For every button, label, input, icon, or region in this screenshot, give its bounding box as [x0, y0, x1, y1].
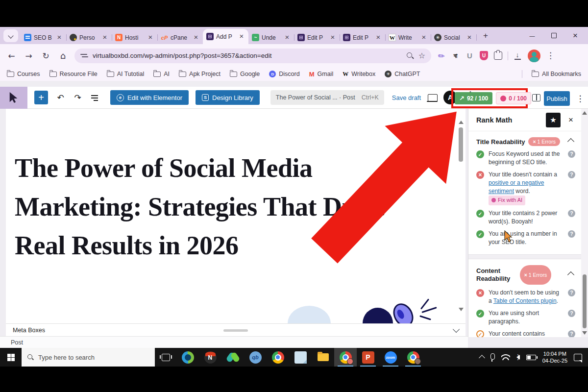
close-panel-button[interactable] [565, 115, 576, 125]
canvas-scroll-down-arrow[interactable] [459, 308, 464, 311]
bookmark-discord[interactable]: Discord [269, 71, 299, 77]
taskbar-app-netscape[interactable] [199, 348, 221, 367]
tab-close-icon[interactable] [420, 35, 427, 41]
tab-close-icon[interactable] [284, 35, 291, 41]
taskbar-app-zoom[interactable] [379, 348, 402, 367]
design-library-button[interactable]: Design Library [196, 90, 260, 105]
tab-seo[interactable]: SEO B [21, 31, 66, 44]
taskbar-app-qbittorrent[interactable] [244, 348, 267, 367]
bookmark-folder-google[interactable]: Google [230, 71, 260, 77]
post-content-canvas[interactable]: The Power of Social Media Marketing: Str… [6, 109, 466, 323]
help-icon[interactable] [568, 330, 575, 337]
microphone-icon[interactable] [490, 353, 495, 360]
content-ai-score-badge[interactable]: 0 / 100 [496, 92, 531, 104]
document-switcher[interactable]: The Power of Social ... · PostCtrl+K [270, 90, 384, 105]
home-button[interactable] [54, 48, 72, 64]
taskbar-app-chrome-profile2[interactable] [402, 348, 424, 367]
close-window-button[interactable] [564, 28, 586, 43]
bookmark-gmail[interactable]: Gmail [309, 71, 334, 78]
list-view-button[interactable] [86, 93, 103, 102]
tab-search-button[interactable] [3, 29, 18, 42]
task-view-button[interactable] [155, 348, 176, 367]
redo-button[interactable] [69, 93, 86, 102]
address-bar[interactable]: virtualboxbd.com/wp-admin/post.php?post=… [74, 49, 431, 63]
back-button[interactable] [3, 48, 20, 64]
all-bookmarks-button[interactable]: All Bookmarks [532, 71, 581, 77]
bookmark-folder-apk-project[interactable]: Apk Project [179, 71, 220, 77]
bookmark-folder-ai-tutorial[interactable]: AI Tutotial [107, 71, 145, 77]
resize-handle[interactable] [223, 329, 248, 332]
bookmark-writebox[interactable]: Writebox [343, 71, 375, 78]
taskbar-app-chrome-profile1-active[interactable] [334, 348, 357, 367]
post-title[interactable]: The Power of Social Media Marketing: Str… [15, 149, 446, 265]
extensions-puzzle-icon[interactable] [491, 49, 505, 63]
canvas-scroll-up-arrow[interactable] [459, 121, 464, 124]
tab-add-post-active[interactable]: Add P [203, 29, 248, 44]
tab-cpanel[interactable]: cPane [157, 31, 203, 44]
block-inserter-button[interactable] [34, 91, 48, 104]
bookmark-folder-ai[interactable]: AI [153, 71, 170, 77]
help-icon[interactable] [568, 150, 575, 158]
taskbar-app-file-explorer[interactable] [312, 348, 334, 367]
toc-plugin-link[interactable]: Table of Contents plugin [493, 297, 557, 304]
wifi-icon[interactable] [501, 354, 510, 360]
help-icon[interactable] [568, 171, 575, 178]
tab-close-icon[interactable] [56, 35, 63, 41]
help-icon[interactable] [568, 310, 575, 317]
help-icon[interactable] [568, 210, 575, 217]
collapse-chevron-icon[interactable] [567, 138, 574, 145]
tab-close-icon[interactable] [329, 35, 336, 41]
title-readability-section-header[interactable]: Title Readability 1 Errors [476, 137, 575, 146]
url-text[interactable]: virtualboxbd.com/wp-admin/post.php?post=… [93, 52, 402, 59]
site-info-icon[interactable] [80, 53, 88, 59]
chevron-down-icon[interactable] [453, 325, 460, 332]
settings-sidebar-toggle-icon[interactable] [532, 94, 540, 101]
help-icon[interactable] [568, 230, 575, 238]
taskbar-app-sticky-notes[interactable] [289, 348, 312, 367]
tab-under[interactable]: Unde [248, 31, 294, 44]
tab-close-icon[interactable] [375, 35, 382, 41]
undo-button[interactable] [52, 93, 69, 102]
tab-close-icon[interactable] [238, 34, 245, 40]
tab-edit-post-1[interactable]: Edit P [294, 31, 340, 44]
fix-with-ai-button[interactable]: Fix with AI [489, 196, 525, 205]
taskbar-app-wps[interactable] [221, 348, 244, 367]
wordpress-logo-button[interactable] [0, 87, 27, 109]
help-icon[interactable] [568, 289, 575, 296]
scroll-up-arrow[interactable] [582, 111, 587, 115]
notification-center-icon[interactable] [574, 354, 582, 361]
tab-social[interactable]: Social [431, 31, 476, 44]
taskbar-search-box[interactable]: Type here to search [22, 348, 155, 367]
restore-button[interactable] [543, 28, 564, 43]
downloads-button[interactable] [511, 49, 525, 63]
zoom-icon[interactable] [406, 52, 414, 60]
taskbar-app-chrome[interactable] [267, 348, 289, 367]
taskbar-app-idm[interactable] [176, 348, 199, 367]
edit-with-elementor-button[interactable]: Edit with Elementor [110, 90, 189, 105]
battery-icon[interactable] [526, 355, 536, 360]
tab-hosting[interactable]: Hosti [112, 31, 157, 44]
profile-avatar[interactable] [528, 49, 540, 62]
collapse-chevron-icon[interactable] [567, 271, 574, 278]
tray-expand-icon[interactable] [479, 355, 485, 361]
reload-button[interactable] [37, 48, 54, 64]
u-extension-icon[interactable] [463, 49, 477, 63]
speaker-icon[interactable] [516, 355, 520, 360]
bookmark-star-icon[interactable] [418, 51, 425, 60]
meta-boxes-panel[interactable]: Meta Boxes [6, 323, 466, 336]
bookmark-folder-courses[interactable]: Courses [7, 71, 40, 77]
editor-options-menu-button[interactable] [574, 93, 586, 104]
tab-close-icon[interactable] [101, 35, 108, 41]
ublock-extension-icon[interactable] [477, 49, 491, 63]
save-draft-button[interactable]: Save draft [392, 94, 421, 101]
new-tab-button[interactable] [479, 29, 492, 42]
preview-device-icon[interactable] [428, 94, 438, 101]
star-pin-button[interactable] [546, 113, 561, 127]
publish-button[interactable]: Publish [544, 91, 570, 106]
scroll-down-arrow[interactable] [582, 331, 587, 335]
start-button[interactable] [0, 348, 22, 367]
taskbar-clock[interactable]: 10:04 PM04-Dec-25 [542, 350, 567, 364]
scrollbar-thumb[interactable] [583, 274, 587, 328]
content-readability-section-header[interactable]: Content Readability 1 Errors [476, 265, 575, 285]
tab-close-icon[interactable] [193, 35, 199, 41]
